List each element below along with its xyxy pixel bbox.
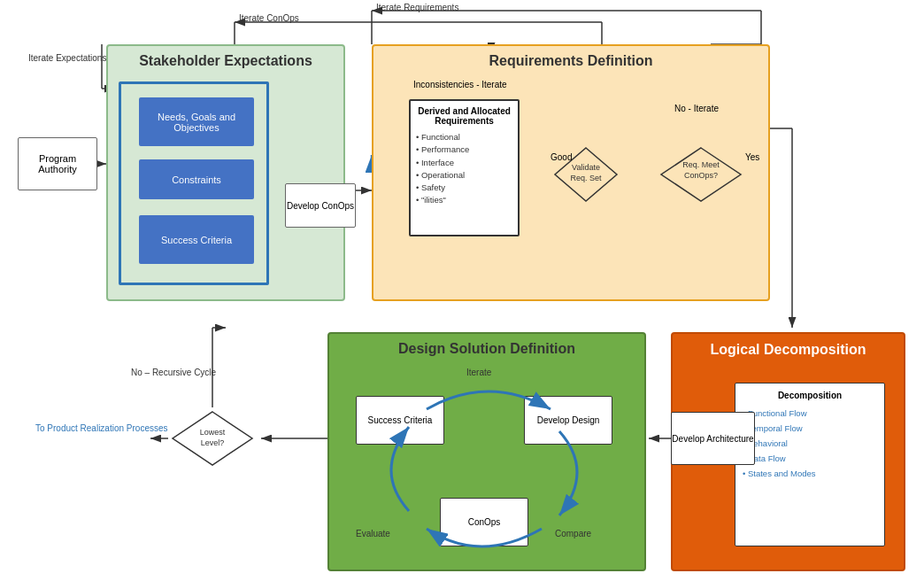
req-meet-diamond-svg: Req. Meet ConOps? — [657, 143, 745, 205]
yes-label: Yes — [745, 152, 759, 162]
requirements-title: Requirements Definition — [373, 46, 768, 73]
design-box: Design Solution Definition Iterate Evalu… — [327, 332, 646, 571]
svg-text:Level?: Level? — [201, 438, 225, 447]
svg-text:Req. Set: Req. Set — [570, 174, 602, 182]
to-product-label: To Product Realization Processes — [35, 423, 168, 433]
svg-text:ConOps?: ConOps? — [684, 171, 718, 180]
develop-conops-box: Develop ConOps — [285, 183, 356, 228]
decomposition-inner: Decomposition • Functional Flow • Tempor… — [735, 383, 885, 546]
good-label: Good — [551, 152, 572, 162]
success-criteria-left: Success Criteria — [139, 215, 254, 264]
blue-inner-box: Needs, Goals and Objectives Constraints … — [119, 81, 269, 285]
to-product-text: To Product Realization Processes — [35, 423, 168, 433]
design-title: Design Solution Definition — [329, 334, 644, 360]
success-criteria-left-label: Success Criteria — [161, 235, 232, 245]
svg-text:Req. Meet: Req. Meet — [682, 160, 720, 169]
derived-req-items: • Functional• Performance• Interface• Op… — [416, 131, 512, 207]
program-authority-label: Program Authority — [19, 153, 96, 174]
iterate-conops-label: Iterate ConOps — [239, 13, 299, 23]
needs-box: Needs, Goals and Objectives — [139, 97, 254, 146]
derived-req-title: Derived and Allocated Requirements — [416, 106, 512, 126]
no-iterate-label: No - Iterate — [674, 104, 719, 113]
requirements-box: Requirements Definition Inconsistencies … — [372, 44, 770, 301]
no-recursive-label: No – Recursive Cycle — [131, 368, 216, 377]
iterate-expectations-label: Iterate Expectations — [28, 53, 106, 63]
program-authority-box: Program Authority — [18, 137, 97, 190]
svg-text:Lowest: Lowest — [200, 428, 226, 437]
stakeholder-box: Stakeholder Expectations Needs, Goals an… — [106, 44, 345, 301]
needs-label: Needs, Goals and Objectives — [139, 112, 254, 133]
stakeholder-title: Stakeholder Expectations — [108, 46, 343, 73]
develop-arch-label: Develop Architecture — [672, 434, 753, 444]
svg-text:Validate: Validate — [572, 163, 600, 172]
constraints-box: Constraints — [139, 159, 254, 199]
circular-arrows — [356, 374, 621, 569]
iterate-requirements-label: Iterate Requirements — [376, 3, 458, 12]
decomp-title: Decomposition — [743, 391, 877, 400]
decomp-items: • Functional Flow • Temporal Flow • Beha… — [743, 406, 877, 481]
inconsistencies-label: Inconsistencies - Iterate — [413, 80, 507, 89]
logical-title: Logical Decomposition — [673, 334, 904, 363]
derived-req-box: Derived and Allocated Requirements • Fun… — [409, 99, 520, 236]
develop-arch-box: Develop Architecture — [671, 412, 755, 465]
constraints-label: Constraints — [172, 174, 221, 185]
develop-conops-label: Develop ConOps — [287, 201, 354, 211]
lowest-level-diamond: Lowest Level? — [168, 407, 257, 469]
diagram-container: Iterate Expectations Iterate ConOps Iter… — [0, 0, 924, 581]
